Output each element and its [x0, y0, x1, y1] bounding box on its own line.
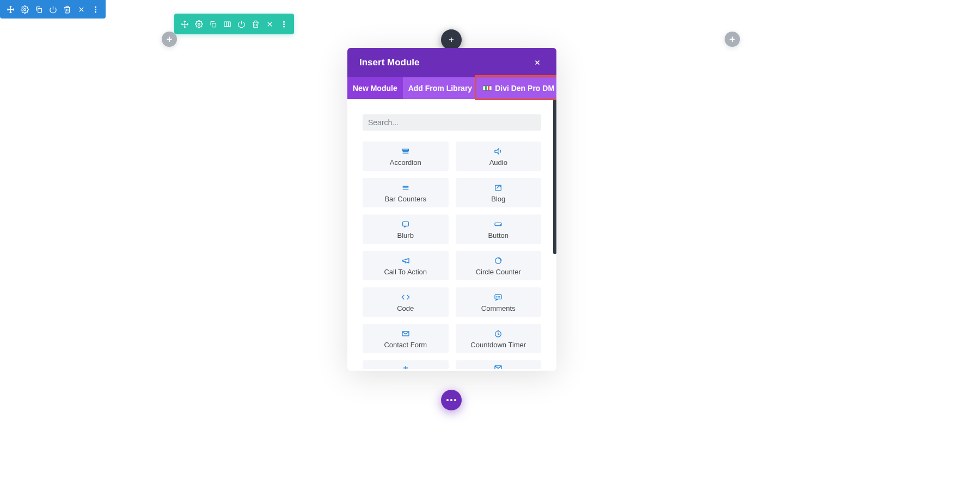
circle-icon — [494, 256, 503, 266]
module-card-partial-13[interactable] — [456, 360, 542, 369]
svg-point-39 — [498, 296, 499, 297]
svg-rect-34 — [402, 222, 408, 226]
more-icon[interactable] — [277, 14, 291, 34]
module-card-call-to-action[interactable]: Call To Action — [363, 251, 449, 280]
module-label: Bar Counters — [384, 195, 426, 203]
page-settings-button[interactable] — [441, 390, 462, 410]
svg-rect-1 — [38, 8, 41, 12]
svg-point-6 — [95, 9, 96, 10]
module-card-circle-counter[interactable]: Circle Counter — [456, 251, 542, 280]
svg-point-8 — [198, 23, 200, 25]
mail-icon — [401, 329, 410, 339]
module-label: Circle Counter — [476, 268, 521, 276]
audio-icon — [494, 146, 503, 156]
close-icon[interactable] — [262, 14, 277, 34]
gear-icon[interactable] — [17, 0, 32, 19]
duplicate-icon[interactable] — [32, 0, 46, 19]
module-card-button[interactable]: Button — [456, 214, 542, 244]
move-icon[interactable] — [177, 14, 192, 34]
svg-line-44 — [498, 334, 499, 334]
svg-rect-26 — [402, 149, 408, 151]
add-module-button[interactable] — [441, 29, 462, 50]
module-card-code[interactable]: Code — [363, 287, 449, 317]
svg-rect-25 — [488, 86, 489, 90]
modal-title: Insert Module — [359, 57, 420, 68]
comments-icon — [494, 292, 503, 302]
columns-icon[interactable] — [220, 14, 234, 34]
insert-module-modal: Insert Module New Module Add From Librar… — [347, 48, 556, 371]
svg-point-18 — [283, 26, 284, 27]
module-label: Code — [397, 304, 414, 312]
module-card-countdown-timer[interactable]: Countdown Timer — [456, 324, 542, 353]
module-label: Call To Action — [384, 268, 427, 276]
module-label: Button — [488, 231, 509, 240]
module-card-contact-form[interactable]: Contact Form — [363, 324, 449, 353]
blurb-icon — [401, 219, 410, 229]
svg-rect-24 — [485, 86, 487, 90]
module-grid: AccordionAudioBar CountersBlogBlurbButto… — [363, 142, 541, 369]
module-label: Comments — [481, 304, 516, 312]
tab-label: Divi Den Pro DM — [495, 84, 554, 93]
svg-rect-23 — [483, 86, 492, 90]
cta-icon — [401, 256, 410, 266]
module-label: Countdown Timer — [470, 341, 526, 349]
module-card-blog[interactable]: Blog — [456, 178, 542, 207]
tab-new-module[interactable]: New Module — [347, 77, 403, 99]
bars-icon — [401, 183, 410, 193]
close-icon[interactable] — [74, 0, 88, 19]
module-card-partial-12[interactable] — [363, 360, 449, 369]
trash-icon[interactable] — [248, 14, 262, 34]
svg-point-40 — [499, 296, 500, 297]
move-icon[interactable] — [3, 0, 17, 19]
blog-icon — [494, 183, 503, 193]
modal-header: Insert Module — [347, 48, 556, 77]
scrollbar[interactable] — [553, 99, 556, 254]
svg-point-0 — [23, 8, 26, 10]
accordion-icon — [401, 146, 410, 156]
plus-partial-icon — [401, 364, 410, 369]
module-card-comments[interactable]: Comments — [456, 287, 542, 317]
code-icon — [401, 292, 410, 302]
dots-icon — [446, 399, 456, 401]
power-icon[interactable] — [234, 14, 248, 34]
svg-point-38 — [497, 296, 497, 297]
module-card-bar-counters[interactable]: Bar Counters — [363, 178, 449, 207]
mail-partial-icon — [494, 364, 503, 369]
trash-icon[interactable] — [60, 0, 74, 19]
svg-point-17 — [283, 23, 284, 24]
module-card-blurb[interactable]: Blurb — [363, 214, 449, 244]
close-icon[interactable] — [530, 56, 544, 70]
svg-point-7 — [95, 11, 96, 12]
search-input[interactable] — [363, 114, 541, 131]
tab-label: Add From Library — [408, 84, 472, 93]
modal-tabs: New Module Add From Library Divi Den Pro… — [347, 77, 556, 99]
module-label: Blurb — [397, 231, 414, 240]
divi-den-icon — [483, 85, 492, 91]
row-toolbar — [174, 14, 294, 34]
tab-divi-den-pro[interactable]: Divi Den Pro DM — [477, 77, 556, 99]
modal-body: AccordionAudioBar CountersBlogBlurbButto… — [347, 99, 556, 371]
duplicate-icon[interactable] — [206, 14, 220, 34]
add-column-right-button[interactable]: + — [725, 32, 740, 47]
svg-marker-29 — [495, 148, 499, 154]
module-label: Contact Form — [384, 341, 427, 349]
module-label: Audio — [489, 158, 507, 167]
module-label: Accordion — [390, 158, 421, 167]
module-label: Blog — [491, 195, 505, 203]
tab-add-from-library[interactable]: Add From Library — [403, 77, 477, 99]
svg-point-5 — [95, 7, 96, 8]
timer-icon — [494, 329, 503, 339]
button-icon — [494, 219, 503, 229]
gear-icon[interactable] — [192, 14, 206, 34]
power-icon[interactable] — [46, 0, 60, 19]
tab-label: New Module — [353, 84, 397, 93]
more-icon[interactable] — [88, 0, 102, 19]
svg-point-16 — [283, 21, 284, 22]
module-card-audio[interactable]: Audio — [456, 142, 542, 171]
section-toolbar — [0, 0, 106, 19]
module-card-accordion[interactable]: Accordion — [363, 142, 449, 171]
svg-rect-10 — [224, 22, 230, 27]
svg-rect-9 — [212, 23, 216, 27]
add-column-left-button[interactable]: + — [162, 32, 177, 47]
